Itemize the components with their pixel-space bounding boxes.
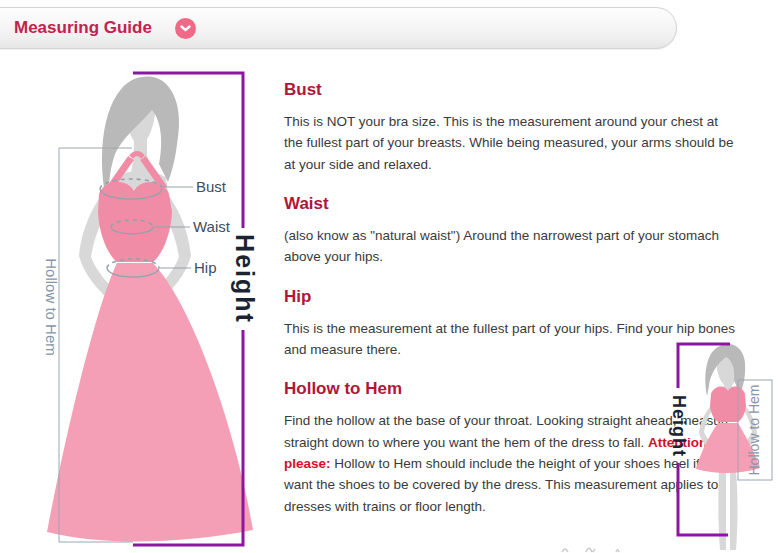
measuring-diagram-main: Bust Waist Hip Hollow to Hem Height <box>30 60 260 553</box>
page-title: Measuring Guide <box>14 18 152 38</box>
bust-label: Bust <box>196 178 227 195</box>
section-heading-waist: Waist <box>284 194 736 214</box>
chevron-down-icon[interactable] <box>175 18 196 39</box>
small-hollow-to-hem-label: Hollow to Hem <box>746 384 762 475</box>
chevron-glyph <box>179 22 192 35</box>
section-body-bust: This is NOT your bra size. This is the m… <box>284 111 736 175</box>
cutoff-text-artifact <box>556 544 636 553</box>
dress-skirt <box>47 263 253 542</box>
hollow-to-hem-label: Hollow to Hem <box>43 258 60 356</box>
section-heading-hip: Hip <box>284 287 736 307</box>
height-label: Height <box>231 234 259 324</box>
section-bust: Bust This is NOT your bra size. This is … <box>284 80 736 175</box>
small-figure-left-leg <box>718 470 726 550</box>
measuring-diagram-small: Hollow to Hem Height <box>660 338 778 553</box>
waist-label: Waist <box>193 218 231 235</box>
small-dress-bodice <box>710 386 746 422</box>
small-figure-right-leg <box>730 470 738 550</box>
measuring-guide-header[interactable]: Measuring Guide <box>0 7 677 49</box>
section-heading-bust: Bust <box>284 80 736 100</box>
hip-label: Hip <box>194 259 217 276</box>
dress-bodice <box>98 182 172 262</box>
section-waist: Waist (also know as "natural waist") Aro… <box>284 194 736 268</box>
small-height-label: Height <box>669 395 689 457</box>
section-body-waist: (also know as "natural waist") Around th… <box>284 225 736 268</box>
